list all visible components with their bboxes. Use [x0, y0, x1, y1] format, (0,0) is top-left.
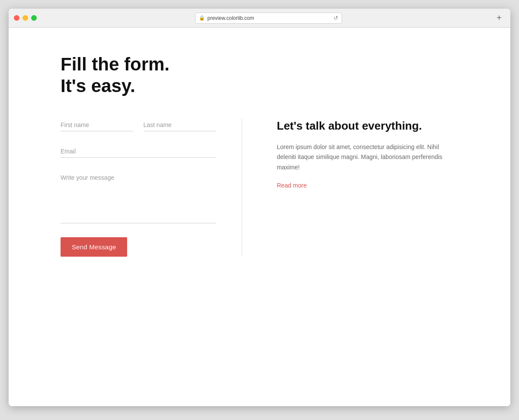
- address-bar-wrapper: 🔒 preview.colorlib.com ↺: [44, 13, 493, 24]
- last-name-input[interactable]: [144, 119, 216, 131]
- page-heading: Fill the form. It's easy.: [61, 54, 458, 97]
- close-button[interactable]: [14, 15, 19, 21]
- lock-icon: 🔒: [199, 15, 205, 21]
- main-layout: Send Message Let's talk about everything…: [61, 119, 458, 257]
- message-row: [61, 172, 216, 223]
- name-row: [61, 119, 216, 131]
- info-heading: Let's talk about everything.: [277, 119, 458, 134]
- first-name-input[interactable]: [61, 119, 133, 131]
- heading-line1: Fill the form.: [61, 54, 170, 74]
- contact-form: Send Message: [61, 119, 216, 257]
- email-row: [61, 145, 216, 158]
- read-more-link[interactable]: Read more: [277, 182, 307, 189]
- browser-chrome: 🔒 preview.colorlib.com ↺ +: [9, 9, 510, 28]
- send-message-button[interactable]: Send Message: [61, 237, 127, 257]
- first-name-field: [61, 119, 133, 131]
- email-field-wrapper: [61, 145, 216, 158]
- traffic-lights: [14, 15, 37, 21]
- heading-line2: It's easy.: [61, 76, 135, 96]
- message-field-wrapper: [61, 172, 216, 223]
- last-name-field: [144, 119, 216, 131]
- maximize-button[interactable]: [31, 15, 37, 21]
- message-textarea[interactable]: [61, 172, 216, 223]
- address-bar[interactable]: 🔒 preview.colorlib.com ↺: [195, 13, 342, 24]
- page-content: Fill the form. It's easy.: [9, 28, 510, 406]
- info-section: Let's talk about everything. Lorem ipsum…: [242, 119, 458, 257]
- reload-icon[interactable]: ↺: [333, 15, 338, 21]
- form-section: Send Message: [61, 119, 242, 257]
- info-body: Lorem ipsum dolor sit amet, consectetur …: [277, 142, 458, 173]
- url-text: preview.colorlib.com: [208, 15, 254, 21]
- new-tab-button[interactable]: +: [493, 12, 505, 24]
- browser-window: 🔒 preview.colorlib.com ↺ + Fill the form…: [9, 9, 510, 406]
- minimize-button[interactable]: [22, 15, 28, 21]
- email-input[interactable]: [61, 145, 216, 158]
